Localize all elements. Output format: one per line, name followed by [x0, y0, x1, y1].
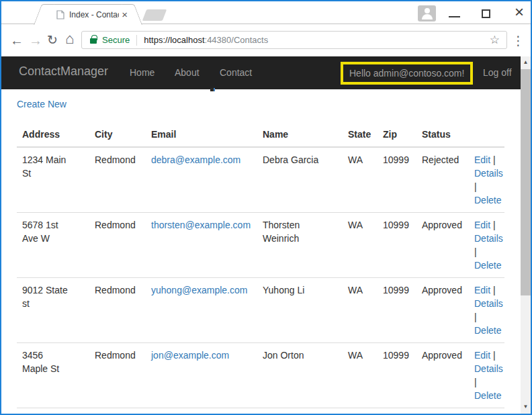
action-separator: | [493, 220, 496, 230]
action-separator: | [493, 285, 496, 295]
scroll-down-icon[interactable]: ▼ [521, 401, 531, 412]
cell-city: Redmond [89, 343, 146, 408]
nav-item-contact[interactable]: Contact [220, 67, 252, 78]
home-icon[interactable]: ⌂ [65, 31, 74, 47]
cell-address: 9012 State st [17, 278, 89, 343]
details-link[interactable]: Details [474, 363, 503, 374]
address-bar[interactable]: Secure https://localhost:44380/Contacts … [81, 31, 507, 49]
cell-status: Rejected [416, 147, 469, 213]
cell-address: 3456 Maple St [17, 343, 89, 408]
details-link[interactable]: Details [474, 233, 503, 244]
back-icon[interactable]: ← [10, 32, 24, 48]
log-off-link[interactable]: Log off [483, 67, 512, 78]
edit-link[interactable]: Edit [474, 285, 490, 295]
cell-status: Approved [416, 213, 469, 278]
titlebar: Index - ContactManager × × [1, 1, 531, 24]
forward-icon: → [29, 32, 42, 48]
table-header-row: Address City Email Name State Zip Status [17, 122, 504, 147]
email-link[interactable]: yuhong@example.com [151, 285, 247, 295]
url-host: https://localhost [144, 35, 204, 45]
cell-status: Approved [416, 278, 469, 343]
cell-state: WA [343, 343, 378, 408]
cell-state: WA [343, 278, 378, 343]
email-link[interactable]: jon@example.com [151, 350, 229, 361]
cell-actions: Edit | Details | Delete [469, 147, 504, 213]
cell-zip: 10999 [378, 278, 416, 343]
delete-link[interactable]: Delete [474, 390, 501, 401]
cell-email: debra@example.com [146, 147, 257, 213]
maximize-button[interactable] [482, 9, 490, 18]
scroll-up-icon[interactable]: ▲ [521, 56, 531, 68]
table-row: 1234 Main St Redmond debra@example.com D… [17, 147, 504, 213]
cell-actions: Edit | Details | Delete [469, 213, 504, 278]
cell-zip: 10999 [378, 147, 416, 213]
nav-item-about[interactable]: About [175, 67, 200, 78]
edit-link[interactable]: Edit [474, 350, 490, 361]
details-link[interactable]: Details [474, 298, 503, 309]
new-tab-button[interactable] [142, 9, 167, 21]
cell-status: Approved [416, 343, 469, 408]
table-row: 9012 State st Redmond yuhong@example.com… [17, 278, 504, 343]
browser-toolbar: ← → ↻ ⌂ Secure https://localhost:44380/C… [1, 24, 531, 56]
col-header-address: Address [17, 122, 89, 147]
minimize-button[interactable] [449, 16, 460, 17]
tab-close-icon[interactable]: × [119, 9, 130, 19]
profile-button[interactable] [418, 5, 436, 21]
action-separator: | [474, 377, 477, 387]
browser-menu-icon[interactable]: ⋮ [512, 33, 525, 48]
edit-link[interactable]: Edit [474, 154, 490, 165]
cell-zip: 10999 [378, 213, 416, 278]
col-header-city: City [89, 122, 146, 147]
edit-link[interactable]: Edit [474, 220, 490, 230]
bookmark-star-icon[interactable]: ☆ [490, 33, 500, 47]
cell-city: Redmond [89, 213, 146, 278]
brand-link[interactable]: ContactManager [19, 64, 108, 79]
browser-tab[interactable]: Index - ContactManager × [44, 4, 132, 24]
details-link[interactable]: Details [474, 168, 503, 179]
cell-address: 1234 Main St [17, 147, 89, 213]
cell-email: thorsten@example.com [146, 213, 257, 278]
email-link[interactable]: thorsten@example.com [151, 220, 251, 230]
greeting-highlight-box: Hello admin@contoso.com! [341, 62, 473, 85]
url-divider [136, 35, 137, 46]
action-separator: | [493, 154, 496, 165]
table-row: 5678 1st Ave W Redmond thorsten@example.… [17, 213, 504, 278]
cell-state: WA [343, 213, 378, 278]
action-separator: | [474, 181, 477, 192]
secure-label[interactable]: Secure [102, 35, 130, 45]
action-separator: | [493, 350, 496, 361]
cell-zip: 10999 [378, 343, 416, 408]
email-link[interactable]: debra@example.com [151, 154, 240, 165]
site-navbar: ContactManager Home About Contact Hello … [1, 56, 531, 89]
user-greeting-link[interactable]: Hello admin@contoso.com! [349, 68, 464, 79]
col-header-state: State [343, 122, 378, 147]
cell-name: Thorsten Weinrich [257, 213, 343, 278]
page-content: Create New Address City Email Name State… [1, 89, 521, 414]
cell-name: Debra Garcia [257, 147, 343, 213]
cell-actions: Edit | Details | Delete [469, 278, 504, 343]
close-button[interactable]: × [510, 3, 529, 23]
reload-icon[interactable]: ↻ [47, 32, 58, 48]
contacts-table: Address City Email Name State Zip Status… [17, 122, 504, 408]
vertical-scrollbar[interactable]: ▲ ▼ [521, 56, 531, 414]
action-separator: | [474, 312, 477, 322]
url-text[interactable]: https://localhost:44380/Contacts [144, 35, 268, 45]
action-separator: | [474, 246, 477, 257]
page-favicon-icon [56, 10, 64, 19]
cell-name: Yuhong Li [257, 278, 343, 343]
cell-actions: Edit | Details | Delete [469, 343, 504, 408]
delete-link[interactable]: Delete [474, 325, 501, 336]
cell-email: yuhong@example.com [146, 278, 257, 343]
cell-city: Redmond [89, 278, 146, 343]
browser-window: Index - ContactManager × × ← → ↻ ⌂ Secur… [0, 0, 532, 415]
cell-address: 5678 1st Ave W [17, 213, 89, 278]
nav-item-home[interactable]: Home [130, 67, 154, 78]
delete-link[interactable]: Delete [474, 195, 501, 205]
cell-email: jon@example.com [146, 343, 257, 408]
secure-padlock-icon[interactable] [90, 38, 97, 44]
col-header-name: Name [257, 122, 343, 147]
delete-link[interactable]: Delete [474, 260, 501, 271]
page-viewport: ContactManager Home About Contact Hello … [1, 56, 531, 414]
create-new-link[interactable]: Create New [17, 99, 66, 109]
scrollbar-thumb[interactable] [521, 69, 531, 295]
